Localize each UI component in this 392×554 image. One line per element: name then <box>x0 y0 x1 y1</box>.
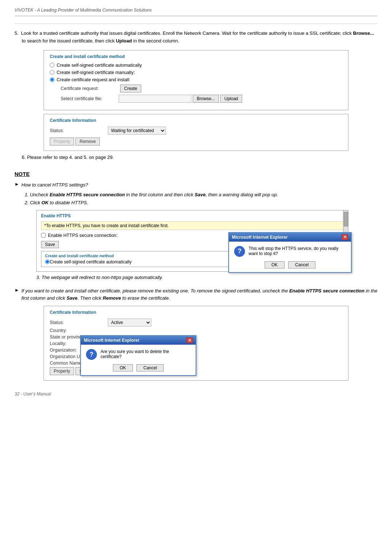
ie-ok-button-1[interactable]: OK <box>265 261 285 268</box>
remove-button[interactable]: Remove <box>75 138 100 145</box>
sub-step-1: 1. Uncheck Enable HTTPS secure connectio… <box>25 191 377 199</box>
ie-dialog-2-header: Microsoft Internet Explorer ✕ <box>81 336 196 345</box>
save-button[interactable]: Save <box>41 241 59 248</box>
ie-dialog-2-close[interactable]: ✕ <box>186 337 193 343</box>
ie-dialog-2-buttons: OK Cancel <box>81 364 196 375</box>
status-select[interactable]: Waiting for certificated <box>108 127 166 135</box>
radio-auto-mini[interactable] <box>45 259 50 264</box>
ie-dialog-1-title: Microsoft Internet Explorer <box>232 235 287 240</box>
ie-dialog-1-buttons: OK Cancel <box>229 261 351 272</box>
ie-cancel-button-1[interactable]: Cancel <box>288 261 315 268</box>
footer: 32 - User's Manual <box>15 391 377 397</box>
radio-request-row[interactable]: Create certificate request and install: <box>50 77 342 82</box>
sub-step-2: 2. Click OK to disable HTTPS. <box>25 199 377 207</box>
radio-request[interactable] <box>50 77 54 82</box>
radio-auto[interactable] <box>50 63 54 67</box>
https-checkbox[interactable] <box>41 233 46 238</box>
create-cert-title: Create and install certificate method <box>50 54 342 59</box>
https-title: Enable HTTPS <box>41 213 344 218</box>
bullet-note-2-arrow: ► <box>15 287 19 293</box>
country-label: Country: <box>50 328 108 333</box>
ie-dialog-2: Microsoft Internet Explorer ✕ ? Are you … <box>80 335 196 376</box>
status-row: Status: Waiting for certificated <box>50 127 342 135</box>
footer-text: 32 - User's Manual <box>15 391 51 397</box>
select-cert-label: Select certificate file: <box>61 96 119 101</box>
radio-manual[interactable] <box>50 70 54 75</box>
status-label: Status: <box>50 128 108 133</box>
cert-action-buttons: Property Remove <box>50 138 342 145</box>
https-warning: *To enable HTTPS, you have to create and… <box>41 221 344 230</box>
cert-info-title: Certificate Information <box>50 118 342 123</box>
property-button[interactable]: Property <box>50 138 74 145</box>
header-title: VIVOTEK - A Leading Provider of Multimed… <box>15 8 152 13</box>
status-select-2[interactable]: Active <box>108 319 151 327</box>
note1-item: ► How to cancel HTTPS settings? <box>15 181 377 189</box>
question-icon: ? <box>234 246 245 257</box>
cert-info-box: Certificate Information Status: Waiting … <box>44 114 348 151</box>
enable-https-box: Enable HTTPS *To enable HTTPS, you have … <box>36 210 348 272</box>
note1-text: How to cancel HTTPS settings? <box>21 181 88 189</box>
ie-dialog-1-header: Microsoft Internet Explorer ✕ <box>229 233 351 242</box>
question-icon-2: ? <box>86 349 97 360</box>
create-cert-method-box: Create and install certificate method Cr… <box>44 50 348 110</box>
ie-dialog-1-body: ? This will stop the HTTPS service, do y… <box>229 242 351 261</box>
step5-text: 5. Look for a trusted certificate author… <box>15 30 377 45</box>
property-button-2[interactable]: Property <box>50 367 74 375</box>
status-label-2: Status: <box>50 320 108 325</box>
bullet-note-2: ► If you want to create and install othe… <box>15 287 377 303</box>
ie-dialog-2-body: ? Are you sure you want to delete the ce… <box>81 345 196 364</box>
cert-info-box-2: Certificate Information Status: Active C… <box>44 306 348 381</box>
upload-button[interactable]: Upload <box>220 95 242 103</box>
radio-auto-row[interactable]: Create self-signed certificate automatic… <box>50 63 342 68</box>
note-title: NOTE <box>15 171 377 177</box>
ie-dialog-1-message: This will stop the HTTPS service, do you… <box>249 246 346 256</box>
https-scrollbar-thumb <box>344 212 348 226</box>
radio-manual-row[interactable]: Create self-signed certificate manually: <box>50 70 342 75</box>
bullet-note-2-text: If you want to create and install other … <box>21 287 377 303</box>
status-row-2: Status: Active <box>50 319 342 327</box>
ie-dialog-2-message: Are you sure you want to delete the cert… <box>101 349 191 359</box>
cert-info-2-title: Certificate Information <box>50 310 342 315</box>
note-section: NOTE ► How to cancel HTTPS settings? 1. … <box>15 171 377 381</box>
country-row: Country: <box>50 328 342 333</box>
ie-dialog-1: Microsoft Internet Explorer ✕ ? This wil… <box>228 232 352 273</box>
create-button[interactable]: Create <box>120 85 141 93</box>
note1-arrow: ► <box>15 181 19 187</box>
sub-steps: 1. Uncheck Enable HTTPS secure connectio… <box>25 191 377 207</box>
https-checkbox-label: Enable HTTPS secure connection: <box>48 233 118 238</box>
select-cert-row: Select certificate file: Browse... Uploa… <box>50 95 342 103</box>
ie-cancel-button-2[interactable]: Cancel <box>136 364 164 372</box>
ie-ok-button-2[interactable]: OK <box>113 364 133 372</box>
ie-dialog-2-title: Microsoft Internet Explorer <box>84 338 139 343</box>
cert-file-input[interactable] <box>119 95 191 103</box>
step6-text: 6. Please refer to step 4. and 5. on pag… <box>22 155 377 160</box>
page-header: VIVOTEK - A Leading Provider of Multimed… <box>15 7 377 16</box>
cert-request-row: Certificate request: Create <box>50 85 342 93</box>
browse-button[interactable]: Browse... <box>193 95 219 103</box>
ie-dialog-1-close[interactable]: ✕ <box>342 234 348 240</box>
note3: 3. The webpage will redirect to non-http… <box>36 275 377 280</box>
cert-request-label: Certificate request: <box>61 86 119 91</box>
